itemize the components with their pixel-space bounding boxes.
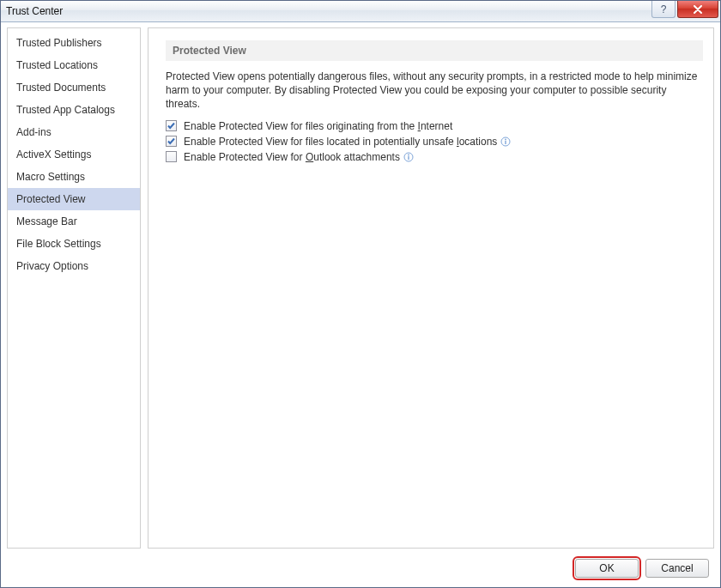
sidebar-item-activex-settings[interactable]: ActiveX Settings [8, 143, 140, 166]
option-row: Enable Protected View for files originat… [166, 118, 703, 134]
dialog-footer: OK Cancel [575, 559, 709, 578]
options-group: Enable Protected View for files originat… [166, 118, 703, 165]
cancel-button[interactable]: Cancel [645, 559, 709, 578]
close-icon [693, 5, 703, 14]
option-label[interactable]: Enable Protected View for Outlook attach… [184, 151, 400, 163]
title-bar: Trust Center ? [1, 1, 720, 22]
checkbox[interactable] [166, 151, 177, 162]
option-label[interactable]: Enable Protected View for files located … [184, 136, 497, 148]
option-row: Enable Protected View for files located … [166, 134, 703, 149]
close-button[interactable] [677, 1, 718, 18]
section-description: Protected View opens potentially dangero… [166, 70, 703, 112]
svg-point-4 [408, 154, 409, 155]
help-icon: ? [661, 3, 667, 15]
section-header: Protected View [166, 40, 703, 61]
help-button[interactable]: ? [651, 1, 676, 18]
svg-rect-5 [408, 156, 409, 160]
content-area: Trusted PublishersTrusted LocationsTrust… [7, 27, 714, 549]
sidebar-item-trusted-app-catalogs[interactable]: Trusted App Catalogs [8, 99, 140, 121]
checkbox[interactable] [166, 120, 177, 131]
sidebar-item-protected-view[interactable]: Protected View [8, 188, 140, 210]
sidebar-item-file-block-settings[interactable]: File Block Settings [8, 233, 140, 255]
info-icon[interactable] [403, 152, 414, 162]
sidebar-item-trusted-publishers[interactable]: Trusted Publishers [8, 32, 140, 54]
info-icon[interactable] [500, 136, 511, 147]
sidebar-item-trusted-locations[interactable]: Trusted Locations [8, 54, 140, 76]
main-panel: Protected View Protected View opens pote… [148, 27, 714, 549]
window-title: Trust Center [6, 5, 63, 17]
sidebar-item-trusted-documents[interactable]: Trusted Documents [8, 76, 140, 99]
sidebar-item-add-ins[interactable]: Add-ins [8, 121, 140, 143]
sidebar-item-privacy-options[interactable]: Privacy Options [8, 255, 140, 277]
checkbox[interactable] [166, 136, 177, 147]
sidebar-item-macro-settings[interactable]: Macro Settings [8, 166, 140, 188]
svg-point-1 [505, 138, 506, 140]
sidebar-item-message-bar[interactable]: Message Bar [8, 210, 140, 233]
ok-button[interactable]: OK [575, 559, 639, 578]
sidebar: Trusted PublishersTrusted LocationsTrust… [7, 27, 141, 549]
option-label[interactable]: Enable Protected View for files originat… [184, 120, 452, 132]
svg-rect-2 [506, 141, 506, 144]
option-row: Enable Protected View for Outlook attach… [166, 149, 703, 165]
window-buttons: ? [651, 1, 718, 18]
